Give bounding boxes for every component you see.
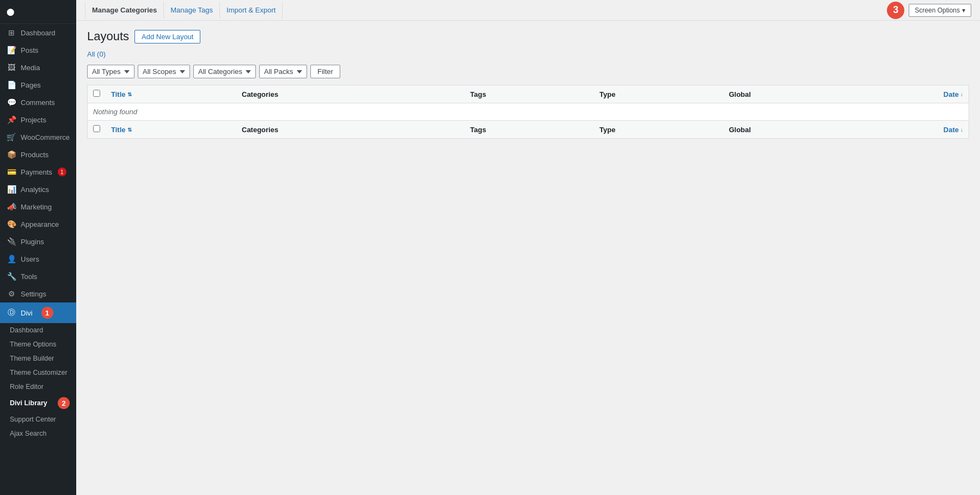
tab-manage-tags[interactable]: Manage Tags	[164, 2, 220, 18]
dashboard-icon: ⊞	[7, 28, 16, 37]
nothing-found-cell: Nothing found	[88, 103, 969, 121]
all-scopes-select[interactable]: All Scopes	[138, 65, 190, 78]
all-count: All (0)	[87, 50, 969, 58]
sidebar-item-marketing[interactable]: 📣Marketing	[0, 198, 76, 215]
all-packs-select[interactable]: All Packs	[259, 65, 307, 78]
posts-icon: 📝	[7, 46, 16, 54]
title-sort-bottom-icon: ⇅	[127, 127, 132, 133]
sidebar-item-analytics[interactable]: 📊Analytics	[0, 181, 76, 198]
sub-role-editor[interactable]: Role Editor	[0, 380, 76, 394]
screen-options-button[interactable]: Screen Options ▾	[909, 4, 971, 17]
table-header-checkbox	[88, 85, 106, 103]
sidebar-item-comments[interactable]: 💬Comments	[0, 94, 76, 111]
date-sort-link[interactable]: Date ↓	[944, 90, 963, 98]
sub-dashboard[interactable]: Dashboard	[0, 323, 76, 337]
step-badge-3: 3	[887, 2, 904, 19]
sub-support-center-label: Support Center	[10, 416, 56, 423]
marketing-icon: 📣	[7, 202, 16, 211]
topbar: Manage CategoriesManage TagsImport & Exp…	[76, 0, 980, 21]
table-header-row: Title ⇅ Categories Tags Type Global Date…	[88, 85, 969, 103]
table-header-type: Type	[594, 85, 724, 103]
sub-divi-library-label: Divi Library	[10, 399, 47, 407]
sidebar-item-divi[interactable]: ⒹDivi1	[0, 302, 76, 323]
date-sort-bottom-link[interactable]: Date ↓	[944, 126, 963, 134]
projects-icon: 📌	[7, 115, 16, 124]
products-icon: 📦	[7, 150, 16, 159]
sub-divi-library[interactable]: Divi Library2	[0, 394, 76, 412]
sidebar-label-dashboard: Dashboard	[21, 29, 56, 37]
table-header-date: Date ↓	[882, 85, 969, 103]
appearance-icon: 🎨	[7, 220, 16, 228]
sidebar-label-plugins: Plugins	[21, 238, 44, 246]
badge-payments: 1	[58, 168, 66, 176]
sidebar-label-woocommerce: WooCommerce	[21, 133, 70, 141]
main-content: Manage CategoriesManage TagsImport & Exp…	[76, 0, 980, 495]
sidebar-label-products: Products	[21, 151, 48, 159]
select-all-bottom-checkbox[interactable]	[93, 125, 100, 132]
table-footer-checkbox	[88, 121, 106, 139]
wp-icon: ⬤	[7, 8, 15, 16]
sub-theme-builder-label: Theme Builder	[10, 355, 54, 362]
sidebar-label-media: Media	[21, 64, 40, 72]
sidebar-item-posts[interactable]: 📝Posts	[0, 41, 76, 59]
table-footer-type: Type	[594, 121, 724, 139]
sidebar-item-settings[interactable]: ⚙Settings	[0, 285, 76, 302]
sidebar-item-appearance[interactable]: 🎨Appearance	[0, 215, 76, 233]
sub-ajax-search[interactable]: Ajax Search	[0, 426, 76, 441]
analytics-icon: 📊	[7, 185, 16, 194]
tools-icon: 🔧	[7, 272, 16, 281]
table-header-global: Global	[724, 85, 882, 103]
chevron-down-icon: ▾	[962, 7, 965, 14]
sidebar-label-settings: Settings	[21, 290, 46, 298]
filters-bar: All Types All Scopes All Categories All …	[87, 65, 969, 78]
title-sort-bottom-link[interactable]: Title ⇅	[111, 126, 132, 134]
filter-button[interactable]: Filter	[310, 65, 340, 78]
sub-theme-customizer-label: Theme Customizer	[10, 369, 68, 376]
table-footer-tags: Tags	[464, 121, 594, 139]
sidebar-item-payments[interactable]: 💳Payments1	[0, 163, 76, 181]
sidebar-label-analytics: Analytics	[21, 185, 49, 194]
all-categories-select[interactable]: All Categories	[193, 65, 256, 78]
sidebar-item-plugins[interactable]: 🔌Plugins	[0, 233, 76, 250]
tab-manage-categories[interactable]: Manage Categories	[85, 2, 164, 18]
woocommerce-icon: 🛒	[7, 133, 16, 141]
sidebar-item-projects[interactable]: 📌Projects	[0, 111, 76, 128]
site-logo: ⬤	[0, 0, 76, 24]
sidebar-item-woocommerce[interactable]: 🛒WooCommerce	[0, 128, 76, 146]
layouts-table: Title ⇅ Categories Tags Type Global Date…	[87, 85, 969, 139]
sidebar-label-payments: Payments	[21, 168, 52, 176]
all-types-select[interactable]: All Types	[87, 65, 134, 78]
table-footer-categories: Categories	[236, 121, 464, 139]
title-sort-link[interactable]: Title ⇅	[111, 90, 132, 98]
pages-icon: 📄	[7, 81, 16, 89]
sidebar-label-posts: Posts	[21, 46, 39, 54]
sub-theme-builder[interactable]: Theme Builder	[0, 351, 76, 366]
sidebar-item-media[interactable]: 🖼Media	[0, 59, 76, 76]
date-sort-bottom-icon: ↓	[960, 127, 963, 133]
screen-options-label: Screen Options	[915, 7, 960, 14]
sidebar-item-users[interactable]: 👤Users	[0, 250, 76, 268]
comments-icon: 💬	[7, 98, 16, 107]
sidebar-label-tools: Tools	[21, 273, 37, 281]
table-footer-title: Title ⇅	[106, 121, 236, 139]
sidebar-label-users: Users	[21, 255, 39, 263]
users-icon: 👤	[7, 255, 16, 263]
sub-role-editor-label: Role Editor	[10, 383, 44, 391]
topbar-tabs: Manage CategoriesManage TagsImport & Exp…	[85, 2, 283, 18]
sub-theme-options[interactable]: Theme Options	[0, 337, 76, 351]
table-header-tags: Tags	[464, 85, 594, 103]
sidebar-item-pages[interactable]: 📄Pages	[0, 76, 76, 94]
step-badge-2: 2	[58, 397, 70, 409]
add-new-layout-button[interactable]: Add New Layout	[134, 30, 200, 44]
sub-theme-customizer[interactable]: Theme Customizer	[0, 366, 76, 380]
sidebar-item-tools[interactable]: 🔧Tools	[0, 268, 76, 285]
select-all-checkbox[interactable]	[93, 90, 100, 97]
sub-support-center[interactable]: Support Center	[0, 412, 76, 426]
divi-icon: Ⓓ	[7, 308, 16, 318]
sidebar-label-pages: Pages	[21, 81, 41, 89]
sidebar-item-dashboard[interactable]: ⊞Dashboard	[0, 24, 76, 41]
all-link[interactable]: All (0)	[87, 50, 106, 58]
sidebar-item-products[interactable]: 📦Products	[0, 146, 76, 163]
tab-import-export[interactable]: Import & Export	[220, 2, 283, 18]
sidebar-label-comments: Comments	[21, 98, 55, 107]
